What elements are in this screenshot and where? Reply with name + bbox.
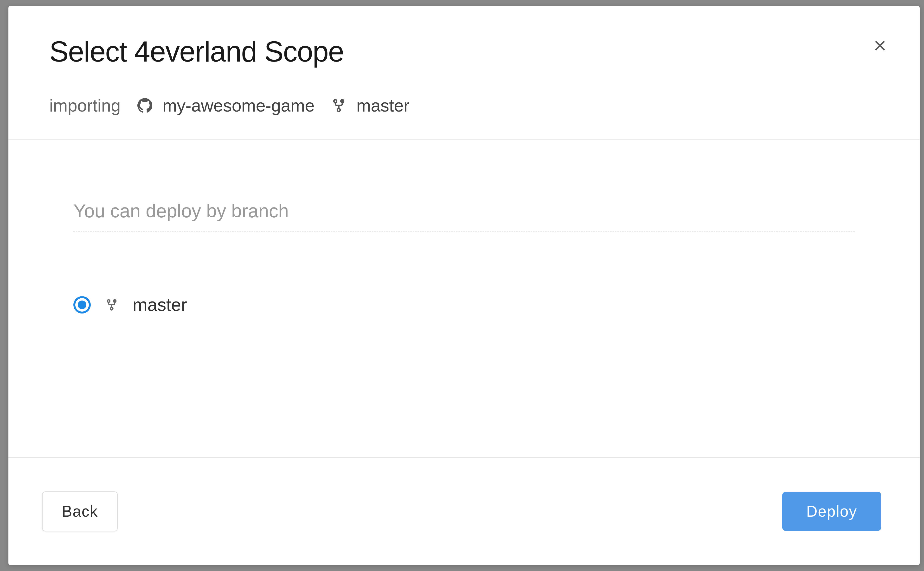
current-branch-name: master — [356, 96, 409, 116]
close-button[interactable] — [869, 35, 891, 57]
branch-indicator: master — [331, 96, 409, 116]
github-icon — [138, 98, 152, 113]
modal-title: Select 4everland Scope — [50, 35, 879, 68]
importing-label: importing — [50, 96, 121, 116]
modal-footer: Back Deploy — [8, 457, 920, 565]
deploy-button[interactable]: Deploy — [782, 492, 881, 531]
repo-indicator: my-awesome-game — [138, 96, 314, 116]
scope-select-modal: Select 4everland Scope importing my-awes — [8, 6, 920, 565]
repo-name: my-awesome-game — [163, 96, 314, 116]
branch-icon — [331, 98, 346, 113]
import-breadcrumb: importing my-awesome-game master — [50, 96, 879, 116]
branch-option[interactable]: master — [73, 295, 855, 315]
modal-header: Select 4everland Scope importing my-awes — [8, 6, 920, 140]
radio-selected-icon — [73, 296, 91, 313]
branch-list: master — [73, 295, 855, 315]
branch-option-label: master — [133, 295, 187, 315]
back-button[interactable]: Back — [42, 491, 118, 531]
branch-icon — [105, 298, 118, 312]
close-icon — [873, 38, 887, 53]
modal-body: master — [8, 140, 920, 457]
branch-search-input[interactable] — [73, 195, 855, 232]
